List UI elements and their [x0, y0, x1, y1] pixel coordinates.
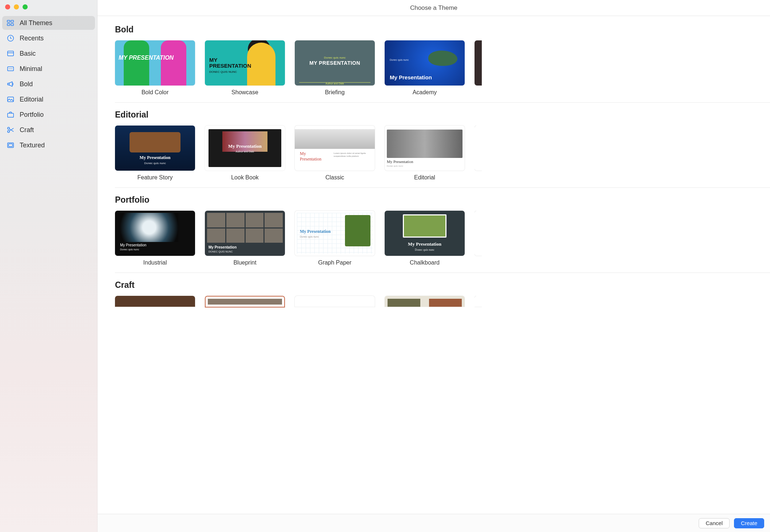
section-title: Bold — [115, 25, 770, 35]
theme-thumbnail: My Presentation Lorem ipsum dolor sit am… — [295, 126, 375, 171]
cancel-button[interactable]: Cancel — [699, 518, 730, 528]
svg-point-14 — [8, 131, 10, 133]
content-scroll[interactable]: Bold MY PRESENTATION Bold Color MYPRESEN… — [98, 16, 770, 514]
sidebar-item-label: Bold — [20, 80, 33, 88]
theme-thumbnail — [115, 296, 195, 307]
theme-academy[interactable]: Donec quis nunc My Presentation Academy — [385, 40, 465, 96]
svg-rect-5 — [8, 51, 14, 56]
section-portfolio: Portfolio My Presentation Donec quis nun… — [115, 195, 770, 273]
footer: Cancel Create — [98, 514, 770, 532]
theme-label: Feature Story — [115, 174, 195, 181]
theme-bold-color[interactable]: MY PRESENTATION Bold Color — [115, 40, 195, 96]
svg-point-10 — [12, 68, 12, 69]
section-title: Craft — [115, 280, 770, 290]
theme-partial[interactable] — [475, 211, 482, 266]
image-icon — [7, 95, 15, 103]
svg-point-13 — [8, 127, 10, 130]
theme-label: Briefing — [295, 89, 375, 96]
clock-icon — [7, 34, 15, 42]
theme-partial[interactable] — [475, 296, 482, 307]
theme-thumbnail: My Presentation Donec quis nunc — [385, 126, 465, 171]
theme-thumbnail: My Presentation DONEC QUIS NUNC — [205, 211, 285, 256]
svg-rect-1 — [11, 20, 13, 23]
theme-thumbnail — [475, 126, 482, 171]
svg-rect-16 — [9, 144, 13, 146]
sidebar-item-bold[interactable]: Bold — [2, 77, 95, 91]
theme-graph-paper[interactable]: My Presentation Donec quis nunc Graph Pa… — [295, 211, 375, 266]
theme-thumbnail: My Presentation Donec quis nunc — [385, 211, 465, 256]
sidebar-item-label: Recents — [20, 35, 44, 42]
theme-thumbnail: MY PRESENTATION — [115, 40, 195, 86]
theme-chalkboard[interactable]: My Presentation Donec quis nunc Chalkboa… — [385, 211, 465, 266]
svg-rect-12 — [8, 113, 14, 117]
theme-label: Academy — [385, 89, 465, 96]
theme-label: Classic — [295, 174, 375, 181]
theme-feature-story[interactable]: My Presentation Donec quis nunc Feature … — [115, 126, 195, 181]
svg-rect-0 — [7, 20, 10, 23]
theme-thumbnail — [475, 296, 482, 307]
svg-rect-11 — [8, 97, 14, 102]
theme-label: Graph Paper — [295, 259, 375, 266]
svg-rect-2 — [7, 24, 10, 26]
grid-icon — [7, 19, 15, 27]
scissors-icon — [7, 126, 15, 134]
maximize-window-button[interactable] — [23, 4, 28, 9]
sidebar-item-label: All Themes — [20, 19, 52, 27]
minimal-icon — [7, 65, 15, 73]
main: Choose a Theme Bold MY PRESENTATION Bold… — [98, 0, 770, 532]
titlebar: Choose a Theme — [98, 0, 770, 16]
create-button[interactable]: Create — [734, 518, 764, 528]
sidebar-item-basic[interactable]: Basic — [2, 47, 95, 60]
theme-briefing[interactable]: Donec quis nunc MY PRESENTATION Author a… — [295, 40, 375, 96]
theme-thumbnail — [385, 296, 465, 307]
sidebar: All Themes Recents Basic Minimal — [0, 0, 98, 532]
sidebar-item-label: Basic — [20, 50, 36, 57]
theme-look-book[interactable]: My Presentation Author and Date Look Boo… — [205, 126, 285, 181]
theme-editorial[interactable]: My Presentation Donec quis nunc Editoria… — [385, 126, 465, 181]
theme-thumbnail — [475, 40, 482, 86]
sidebar-item-craft[interactable]: Craft — [2, 123, 95, 137]
theme-blueprint[interactable]: My Presentation DONEC QUIS NUNC Blueprin… — [205, 211, 285, 266]
theme-showcase[interactable]: MYPRESENTATION DONEC QUIS NUNC Showcase — [205, 40, 285, 96]
theme-thumbnail: My Presentation Donec quis nunc — [295, 211, 375, 256]
theme-craft-1[interactable] — [115, 296, 195, 307]
theme-thumbnail — [295, 296, 375, 307]
theme-partial[interactable] — [475, 40, 482, 96]
sidebar-item-recents[interactable]: Recents — [2, 31, 95, 45]
close-window-button[interactable] — [5, 4, 10, 9]
sidebar-item-label: Minimal — [20, 65, 42, 73]
megaphone-icon — [7, 80, 15, 88]
theme-thumbnail: Donec quis nunc My Presentation — [385, 40, 465, 86]
sidebar-item-all-themes[interactable]: All Themes — [2, 16, 95, 30]
theme-label: Chalkboard — [385, 259, 465, 266]
svg-point-9 — [10, 68, 11, 69]
theme-partial[interactable] — [475, 126, 482, 181]
sidebar-item-label: Textured — [20, 142, 45, 149]
minimize-window-button[interactable] — [14, 4, 19, 9]
theme-craft-3[interactable] — [295, 296, 375, 307]
section-craft: Craft — [115, 280, 770, 307]
window-controls — [0, 3, 97, 16]
theme-thumbnail: My Presentation Author and Date — [205, 126, 285, 171]
section-editorial: Editorial My Presentation Donec quis nun… — [115, 110, 770, 188]
nav-list: All Themes Recents Basic Minimal — [0, 16, 97, 154]
briefcase-icon — [7, 111, 15, 119]
theme-thumbnail — [205, 296, 285, 307]
sidebar-item-portfolio[interactable]: Portfolio — [2, 108, 95, 122]
sidebar-item-textured[interactable]: Textured — [2, 138, 95, 152]
theme-craft-4[interactable] — [385, 296, 465, 307]
theme-thumbnail: Donec quis nunc MY PRESENTATION Author a… — [295, 40, 375, 86]
section-title: Editorial — [115, 110, 770, 120]
sidebar-item-label: Editorial — [20, 96, 43, 103]
sidebar-item-editorial[interactable]: Editorial — [2, 92, 95, 106]
textured-icon — [7, 141, 15, 149]
sidebar-item-label: Craft — [20, 126, 34, 134]
window-title: Choose a Theme — [410, 4, 457, 12]
theme-industrial[interactable]: My Presentation Donec quis nunc Industri… — [115, 211, 195, 266]
theme-label: Editorial — [385, 174, 465, 181]
theme-craft-2[interactable] — [205, 296, 285, 307]
section-title: Portfolio — [115, 195, 770, 205]
theme-classic[interactable]: My Presentation Lorem ipsum dolor sit am… — [295, 126, 375, 181]
theme-thumbnail: MYPRESENTATION DONEC QUIS NUNC — [205, 40, 285, 86]
sidebar-item-minimal[interactable]: Minimal — [2, 62, 95, 76]
